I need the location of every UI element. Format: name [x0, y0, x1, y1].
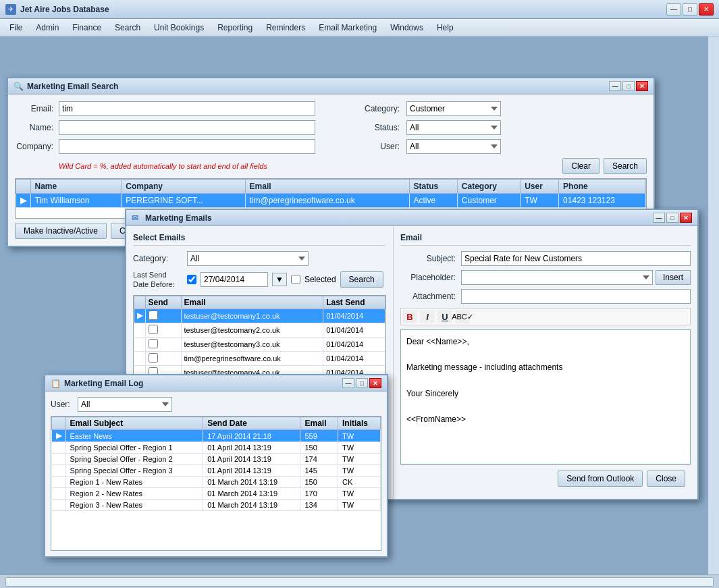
log-row-0[interactable]: ▶ Easter News 17 April 2014 21:18 559 TW [52, 430, 381, 442]
spellcheck-button[interactable]: ABC✓ [455, 310, 470, 323]
log-row-4[interactable]: Region 1 - New Rates 01 March 2014 13:19… [52, 477, 381, 488]
col-company[interactable]: Company [122, 180, 245, 194]
col-send-date[interactable]: Send Date [203, 417, 300, 430]
category-label: Category: [133, 254, 187, 263]
log-restore[interactable]: □ [356, 378, 368, 388]
status-bar [0, 574, 719, 588]
row-arrow [134, 337, 146, 351]
email-row-3[interactable]: tim@peregrinesoftware.co.uk 01/04/2014 [134, 351, 385, 365]
log-row-6[interactable]: Region 3 - New Rates 01 March 2014 13:19… [52, 500, 381, 511]
cell-email: tim@peregrinesoftware.co.uk [245, 194, 409, 208]
send-check[interactable] [145, 323, 181, 337]
log-date: 01 April 2014 13:19 [203, 454, 300, 465]
log-row-2[interactable]: Spring Special Offer - Region 2 01 April… [52, 454, 381, 465]
log-minimize[interactable]: — [342, 378, 354, 388]
bottom-scrollbar[interactable] [5, 577, 714, 587]
insert-button[interactable]: Insert [656, 270, 691, 285]
log-row-3[interactable]: Spring Special Offer - Region 3 01 April… [52, 465, 381, 477]
subject-input[interactable] [461, 251, 691, 266]
email-input[interactable] [59, 101, 315, 116]
col-email[interactable]: Email [300, 417, 338, 430]
emails-minimize[interactable]: — [653, 213, 665, 223]
search-dialog-close[interactable]: ✕ [636, 81, 648, 91]
italic-button[interactable]: I [420, 310, 435, 323]
status-select[interactable]: All Active [406, 120, 501, 135]
menu-unit-bookings[interactable]: Unit Bookings [147, 21, 211, 34]
emails-search-button[interactable]: Search [340, 271, 383, 288]
send-check[interactable] [145, 351, 181, 365]
search-button[interactable]: Search [604, 158, 647, 174]
date-input[interactable] [201, 272, 268, 287]
last-send-date: 01/04/2014 [323, 337, 385, 351]
clear-button[interactable]: Clear [562, 158, 600, 174]
email-row-1[interactable]: testuser@testcomany2.co.uk 01/04/2014 [134, 323, 385, 337]
menu-admin[interactable]: Admin [29, 21, 65, 34]
menu-email-marketing[interactable]: Email Marketing [312, 21, 383, 34]
menu-windows[interactable]: Windows [383, 21, 430, 34]
last-send-date: 01/04/2014 [323, 309, 385, 323]
cell-user: TW [521, 194, 559, 208]
search-dialog-minimize[interactable]: — [609, 81, 621, 91]
table-row[interactable]: ▶ Tim Williamson PEREGRINE SOFT... tim@p… [16, 194, 646, 208]
date-dropdown-icon[interactable]: ▼ [272, 273, 287, 286]
send-check[interactable] [145, 309, 181, 323]
make-inactive-button[interactable]: Make Inactive/Active [15, 223, 107, 239]
emails-dialog-buttons: — □ ✕ [653, 213, 692, 223]
col-name[interactable]: Name [30, 180, 122, 194]
close-button[interactable]: ✕ [699, 3, 714, 16]
company-input[interactable] [59, 139, 315, 154]
send-check[interactable] [145, 337, 181, 351]
date-checkbox[interactable] [187, 275, 196, 284]
menu-reminders[interactable]: Reminders [259, 21, 312, 34]
name-input[interactable] [59, 120, 315, 135]
log-row-5[interactable]: Region 2 - New Rates 01 March 2014 13:19… [52, 488, 381, 500]
col-subject[interactable]: Email Subject [65, 417, 203, 430]
body-line-2 [406, 348, 685, 361]
menu-file[interactable]: File [3, 21, 29, 34]
col-send[interactable]: Send [145, 296, 181, 309]
log-close[interactable]: ✕ [369, 378, 381, 388]
cell-phone: 01423 123123 [559, 194, 646, 208]
search-dialog-maximize[interactable]: □ [622, 81, 635, 91]
log-dialog-buttons: — □ ✕ [342, 378, 381, 388]
col-email[interactable]: Email [181, 296, 323, 309]
email-body[interactable]: Dear <<Name>>, Marketing message - inclu… [400, 329, 691, 464]
menu-search[interactable]: Search [108, 21, 147, 34]
log-user-select[interactable]: All TW CK [78, 397, 172, 412]
right-scrollbar[interactable] [708, 36, 719, 588]
emails-maximize[interactable]: □ [666, 213, 678, 223]
emails-category-select[interactable]: All Customer [187, 251, 309, 266]
emails-close[interactable]: ✕ [680, 213, 692, 223]
col-user[interactable]: User [521, 180, 559, 194]
col-initials[interactable]: Initials [338, 417, 381, 430]
col-category[interactable]: Category [457, 180, 520, 194]
menu-reporting[interactable]: Reporting [211, 21, 259, 34]
body-line-5: Your Sincerely [406, 387, 685, 400]
menu-finance[interactable]: Finance [65, 21, 108, 34]
category-select[interactable]: Customer All [406, 101, 501, 116]
email-row-2[interactable]: testuser@testcomany3.co.uk 01/04/2014 [134, 337, 385, 351]
emails-close-button[interactable]: Close [647, 471, 685, 487]
menu-help[interactable]: Help [430, 21, 460, 34]
col-email[interactable]: Email [245, 180, 409, 194]
log-email-count: 559 [300, 430, 338, 442]
col-status[interactable]: Status [409, 180, 457, 194]
email-row-0[interactable]: ▶ testuser@testcomany1.co.uk 01/04/2014 [134, 309, 385, 323]
selected-checkbox[interactable] [291, 275, 300, 284]
body-line-7: <<FromName>> [406, 413, 685, 426]
col-phone[interactable]: Phone [559, 180, 646, 194]
send-outlook-button[interactable]: Send from Outlook [558, 471, 643, 487]
underline-button[interactable]: U [437, 310, 452, 323]
placeholder-select[interactable] [461, 270, 653, 285]
col-last-send[interactable]: Last Send [323, 296, 385, 309]
row-arrow [134, 323, 146, 337]
maximize-button[interactable]: □ [683, 3, 697, 16]
log-title: Marketing Email Log [64, 379, 143, 388]
bold-button[interactable]: B [402, 310, 417, 323]
category-label: Category: [356, 104, 400, 113]
log-row-1[interactable]: Spring Special Offer - Region 1 01 April… [52, 442, 381, 454]
body-line-1: Dear <<Name>>, [406, 336, 685, 348]
minimize-button[interactable]: — [666, 3, 681, 16]
user-select[interactable]: All [406, 139, 501, 154]
attachment-input[interactable] [461, 289, 691, 304]
